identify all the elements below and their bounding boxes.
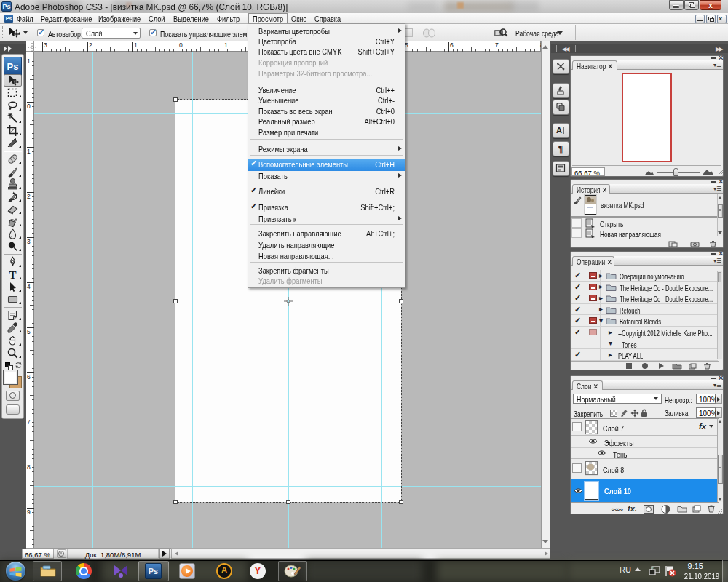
svg-text:T: T: [9, 269, 16, 281]
svg-text:¶: ¶: [558, 144, 563, 154]
svg-text:A: A: [556, 126, 562, 135]
